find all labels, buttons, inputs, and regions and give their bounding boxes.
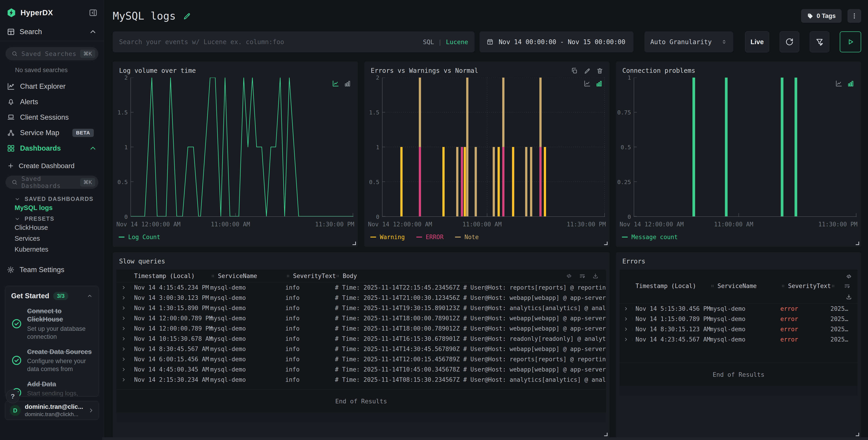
- chart-canvas[interactable]: [382, 77, 605, 216]
- table-row[interactable]: Nov 14 8:30:45.567 AM mysql-demo info # …: [116, 344, 606, 354]
- get-started-item-create-data-sources[interactable]: Create Data Sources Configure where your…: [11, 348, 93, 373]
- column-header-body[interactable]: [830, 283, 858, 289]
- table-row[interactable]: Nov 14 12:00:00.789 PM mysql-demo info #…: [116, 313, 606, 323]
- chart-canvas[interactable]: [634, 77, 857, 216]
- sql-toggle[interactable]: SQL: [423, 38, 434, 45]
- chart-canvas[interactable]: [131, 77, 353, 216]
- live-button[interactable]: Live: [745, 31, 769, 52]
- get-started-item-connect-to-clickhouse[interactable]: Connect to ClickHouse Set up your databa…: [11, 307, 93, 341]
- drag-handle-icon[interactable]: [285, 273, 291, 279]
- table-row[interactable]: Nov 14 3:00:30.123 PM mysql-demo info # …: [116, 293, 606, 303]
- table-row[interactable]: Nov 14 2:15:30.234 AM mysql-demo info # …: [116, 374, 606, 385]
- section-header-presets[interactable]: PRESETS: [0, 215, 104, 222]
- table-row[interactable]: Nov 14 6:00:15.456 AM mysql-demo info # …: [116, 354, 606, 364]
- table-row[interactable]: Nov 14 1:15:00.789 PM mysql-demo error 2…: [620, 314, 858, 324]
- date-range-picker[interactable]: Nov 14 00:00:00 - Nov 15 00:00:00: [479, 31, 633, 52]
- expand-row-icon[interactable]: [623, 337, 628, 342]
- sidebar-item-team-settings[interactable]: Team Settings: [0, 263, 104, 277]
- line-view-icon[interactable]: [584, 80, 591, 87]
- expand-row-icon[interactable]: [121, 336, 126, 341]
- legend-item-message-count[interactable]: Message count: [622, 234, 678, 240]
- resize-handle[interactable]: [604, 242, 608, 245]
- saved-searches-input[interactable]: Saved Searches ⌘K: [5, 47, 98, 60]
- table-row[interactable]: Nov 14 4:45:00.345 AM mysql-demo info # …: [116, 364, 606, 374]
- edit-title-icon[interactable]: [183, 12, 191, 20]
- expand-row-icon[interactable]: [121, 377, 126, 382]
- drag-handle-icon[interactable]: [780, 283, 786, 289]
- table-row[interactable]: Nov 14 5:15:30.456 PM mysql-demo error 2…: [620, 304, 858, 314]
- edit-icon[interactable]: [584, 67, 590, 74]
- section-header-saved-dashboards[interactable]: SAVED DASHBOARDS: [0, 196, 104, 202]
- wrap-lines-icon[interactable]: [844, 283, 850, 289]
- column-header-servicename[interactable]: ServiceName: [210, 273, 285, 279]
- sidebar-item-service-map[interactable]: Service MapBETA: [0, 125, 104, 141]
- chevron-up-icon[interactable]: [89, 144, 97, 153]
- expand-row-icon[interactable]: [121, 367, 126, 372]
- tags-button[interactable]: 0 Tags: [801, 9, 842, 23]
- refresh-button[interactable]: [780, 31, 799, 52]
- get-started-item-add-data[interactable]: Add Data Start sending logs, metrics, or…: [11, 380, 93, 397]
- line-view-icon[interactable]: [332, 80, 339, 87]
- dashboard-link-services[interactable]: Services: [0, 233, 104, 244]
- expand-row-icon[interactable]: [623, 306, 628, 311]
- table-row[interactable]: Nov 14 12:00:00.789 PM mysql-demo info #…: [116, 323, 606, 334]
- download-icon[interactable]: [592, 273, 599, 279]
- expand-row-icon[interactable]: [623, 327, 628, 332]
- sidebar-item-search[interactable]: Search: [0, 23, 104, 41]
- chevron-up-icon[interactable]: [87, 293, 93, 299]
- table-row[interactable]: Nov 14 4:15:45.234 PM mysql-demo info # …: [116, 282, 606, 293]
- lucene-toggle[interactable]: Lucene: [446, 38, 468, 45]
- resize-handle[interactable]: [856, 433, 859, 436]
- filter-button[interactable]: [810, 31, 829, 52]
- drag-handle-icon[interactable]: [830, 283, 836, 289]
- sidebar-item-client-sessions[interactable]: Client Sessions: [0, 110, 104, 125]
- drag-handle-icon[interactable]: [710, 283, 715, 289]
- more-menu-button[interactable]: [847, 9, 861, 23]
- table-row[interactable]: Nov 14 4:23:45.567 AM mysql-demo error 2…: [620, 334, 858, 344]
- line-view-icon[interactable]: [835, 80, 842, 87]
- sidebar-item-dashboards[interactable]: Dashboards: [0, 141, 104, 156]
- expand-row-icon[interactable]: [121, 357, 126, 362]
- resize-handle[interactable]: [352, 242, 356, 245]
- wrap-lines-icon[interactable]: [579, 273, 585, 279]
- column-header-servicename[interactable]: ServiceName: [710, 282, 780, 290]
- expand-row-icon[interactable]: [121, 306, 126, 310]
- column-header-body[interactable]: Body: [335, 273, 606, 279]
- help-button[interactable]: ?: [6, 390, 20, 403]
- create-dashboard-button[interactable]: Create Dashboard: [0, 162, 104, 170]
- download-icon[interactable]: [846, 294, 852, 300]
- code-view-icon[interactable]: [566, 273, 572, 279]
- event-search-input[interactable]: Search your events w/ Lucene ex. column:…: [113, 31, 474, 52]
- dashboard-link-mysql-logs[interactable]: MySQL logs: [0, 202, 104, 213]
- chart-plot[interactable]: [130, 77, 353, 217]
- dashboard-link-kubernetes[interactable]: Kubernetes: [0, 244, 104, 255]
- dashboard-link-clickhouse[interactable]: ClickHouse: [0, 222, 104, 233]
- expand-row-icon[interactable]: [121, 295, 126, 300]
- trash-icon[interactable]: [596, 67, 603, 74]
- bar-view-icon[interactable]: [847, 80, 854, 87]
- expand-row-icon[interactable]: [121, 285, 126, 290]
- column-header-timestamp[interactable]: Timestamp (Local): [632, 282, 710, 290]
- legend-item-error[interactable]: ERROR: [416, 234, 443, 240]
- sidebar-item-chart-explorer[interactable]: Chart Explorer: [0, 79, 104, 94]
- code-view-icon[interactable]: [846, 273, 852, 280]
- drag-handle-icon[interactable]: [335, 273, 340, 279]
- expand-row-icon[interactable]: [121, 316, 126, 321]
- expand-row-icon[interactable]: [121, 346, 126, 351]
- chart-plot[interactable]: [382, 77, 605, 217]
- legend-item-note[interactable]: Note: [455, 234, 479, 240]
- expand-row-icon[interactable]: [121, 326, 126, 331]
- column-header-severitytext[interactable]: SeverityText: [780, 282, 830, 290]
- chart-plot[interactable]: [634, 77, 857, 217]
- resize-handle[interactable]: [856, 242, 859, 245]
- table-row[interactable]: Nov 14 10:15:30.678 AM mysql-demo info #…: [116, 334, 606, 344]
- column-header-severitytext[interactable]: SeverityText: [285, 273, 335, 279]
- table-row[interactable]: Nov 14 1:30:15.890 PM mysql-demo info # …: [116, 303, 606, 313]
- chevron-up-icon[interactable]: [89, 28, 97, 36]
- bar-view-icon[interactable]: [595, 80, 603, 87]
- bar-view-icon[interactable]: [344, 80, 351, 87]
- expand-row-icon[interactable]: [623, 316, 628, 321]
- table-row[interactable]: Nov 14 8:30:15.123 AM mysql-demo error 2…: [620, 324, 858, 334]
- collapse-sidebar-icon[interactable]: [89, 8, 97, 17]
- legend-item-log-count[interactable]: Log Count: [119, 234, 160, 240]
